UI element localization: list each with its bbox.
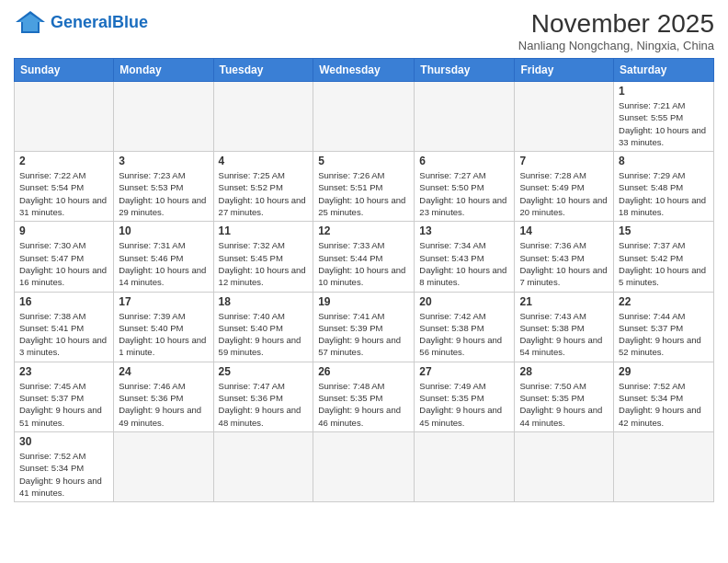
- calendar-cell: [614, 431, 714, 501]
- day-number: 24: [119, 365, 208, 378]
- month-title: November 2025: [518, 9, 714, 39]
- day-info: Sunrise: 7:43 AM Sunset: 5:38 PM Dayligh…: [519, 310, 609, 359]
- day-info: Sunrise: 7:30 AM Sunset: 5:47 PM Dayligh…: [19, 239, 108, 288]
- day-info: Sunrise: 7:50 AM Sunset: 5:35 PM Dayligh…: [519, 380, 609, 429]
- day-info: Sunrise: 7:52 AM Sunset: 5:34 PM Dayligh…: [619, 380, 709, 429]
- calendar-cell: [313, 431, 415, 501]
- day-number: 10: [119, 224, 208, 237]
- day-number: 23: [19, 365, 108, 378]
- day-number: 19: [318, 295, 409, 308]
- calendar-cell: [415, 82, 515, 152]
- calendar-cell: 17Sunrise: 7:39 AM Sunset: 5:40 PM Dayli…: [114, 292, 213, 362]
- day-number: 3: [119, 155, 208, 167]
- calendar: SundayMondayTuesdayWednesdayThursdayFrid…: [14, 58, 714, 502]
- calendar-cell: [515, 431, 614, 501]
- day-info: Sunrise: 7:34 AM Sunset: 5:43 PM Dayligh…: [419, 239, 509, 288]
- day-number: 14: [519, 224, 609, 237]
- day-info: Sunrise: 7:37 AM Sunset: 5:42 PM Dayligh…: [619, 239, 709, 288]
- day-number: 2: [19, 155, 108, 167]
- day-info: Sunrise: 7:47 AM Sunset: 5:36 PM Dayligh…: [219, 380, 309, 429]
- day-number: 4: [219, 155, 309, 167]
- day-number: 25: [219, 365, 309, 378]
- day-number: 7: [519, 155, 609, 167]
- logo-text: GeneralBlue: [51, 13, 148, 32]
- weekday-header-sunday: Sunday: [15, 59, 114, 82]
- calendar-cell: 16Sunrise: 7:38 AM Sunset: 5:41 PM Dayli…: [15, 292, 114, 362]
- page: GeneralBlue November 2025 Nanliang Nongc…: [0, 0, 728, 511]
- week-row-1: 2Sunrise: 7:22 AM Sunset: 5:54 PM Daylig…: [15, 152, 714, 222]
- calendar-cell: [114, 82, 213, 152]
- day-info: Sunrise: 7:41 AM Sunset: 5:39 PM Dayligh…: [318, 310, 409, 359]
- day-info: Sunrise: 7:44 AM Sunset: 5:37 PM Dayligh…: [619, 310, 709, 359]
- calendar-cell: 27Sunrise: 7:49 AM Sunset: 5:35 PM Dayli…: [415, 362, 515, 431]
- logo: GeneralBlue: [14, 9, 148, 35]
- weekday-header-saturday: Saturday: [614, 59, 714, 82]
- calendar-cell: 11Sunrise: 7:32 AM Sunset: 5:45 PM Dayli…: [213, 222, 313, 292]
- day-number: 1: [619, 85, 709, 98]
- day-number: 18: [219, 295, 309, 308]
- day-number: 13: [419, 224, 509, 237]
- week-row-5: 30Sunrise: 7:52 AM Sunset: 5:34 PM Dayli…: [15, 431, 714, 501]
- day-info: Sunrise: 7:49 AM Sunset: 5:35 PM Dayligh…: [419, 380, 509, 429]
- header: GeneralBlue November 2025 Nanliang Nongc…: [14, 9, 714, 52]
- calendar-cell: 26Sunrise: 7:48 AM Sunset: 5:35 PM Dayli…: [313, 362, 415, 431]
- day-info: Sunrise: 7:36 AM Sunset: 5:43 PM Dayligh…: [519, 239, 609, 288]
- calendar-cell: [313, 82, 415, 152]
- day-info: Sunrise: 7:38 AM Sunset: 5:41 PM Dayligh…: [19, 310, 108, 359]
- day-info: Sunrise: 7:29 AM Sunset: 5:48 PM Dayligh…: [619, 169, 709, 218]
- weekday-header-row: SundayMondayTuesdayWednesdayThursdayFrid…: [15, 59, 714, 82]
- calendar-cell: 4Sunrise: 7:25 AM Sunset: 5:52 PM Daylig…: [213, 152, 313, 222]
- calendar-cell: [515, 82, 614, 152]
- day-info: Sunrise: 7:33 AM Sunset: 5:44 PM Dayligh…: [318, 239, 409, 288]
- day-info: Sunrise: 7:52 AM Sunset: 5:34 PM Dayligh…: [19, 450, 108, 499]
- logo-icon: [14, 9, 47, 35]
- week-row-3: 16Sunrise: 7:38 AM Sunset: 5:41 PM Dayli…: [15, 292, 714, 362]
- weekday-header-thursday: Thursday: [415, 59, 515, 82]
- day-info: Sunrise: 7:27 AM Sunset: 5:50 PM Dayligh…: [419, 169, 509, 218]
- day-number: 5: [318, 155, 409, 167]
- day-number: 22: [619, 295, 709, 308]
- day-number: 17: [119, 295, 208, 308]
- calendar-cell: [213, 431, 313, 501]
- calendar-cell: 22Sunrise: 7:44 AM Sunset: 5:37 PM Dayli…: [614, 292, 714, 362]
- calendar-cell: 14Sunrise: 7:36 AM Sunset: 5:43 PM Dayli…: [515, 222, 614, 292]
- weekday-header-monday: Monday: [114, 59, 213, 82]
- calendar-cell: [15, 82, 114, 152]
- calendar-cell: 21Sunrise: 7:43 AM Sunset: 5:38 PM Dayli…: [515, 292, 614, 362]
- day-info: Sunrise: 7:32 AM Sunset: 5:45 PM Dayligh…: [219, 239, 309, 288]
- calendar-cell: 29Sunrise: 7:52 AM Sunset: 5:34 PM Dayli…: [614, 362, 714, 431]
- calendar-cell: 9Sunrise: 7:30 AM Sunset: 5:47 PM Daylig…: [15, 222, 114, 292]
- calendar-cell: 6Sunrise: 7:27 AM Sunset: 5:50 PM Daylig…: [415, 152, 515, 222]
- calendar-cell: [114, 431, 213, 501]
- day-info: Sunrise: 7:39 AM Sunset: 5:40 PM Dayligh…: [119, 310, 208, 359]
- calendar-cell: [415, 431, 515, 501]
- calendar-cell: 23Sunrise: 7:45 AM Sunset: 5:37 PM Dayli…: [15, 362, 114, 431]
- day-info: Sunrise: 7:46 AM Sunset: 5:36 PM Dayligh…: [119, 380, 208, 429]
- day-number: 6: [419, 155, 509, 167]
- calendar-cell: 1Sunrise: 7:21 AM Sunset: 5:55 PM Daylig…: [614, 82, 714, 152]
- calendar-cell: 30Sunrise: 7:52 AM Sunset: 5:34 PM Dayli…: [15, 431, 114, 501]
- day-info: Sunrise: 7:48 AM Sunset: 5:35 PM Dayligh…: [318, 380, 409, 429]
- calendar-cell: 5Sunrise: 7:26 AM Sunset: 5:51 PM Daylig…: [313, 152, 415, 222]
- weekday-header-wednesday: Wednesday: [313, 59, 415, 82]
- day-info: Sunrise: 7:26 AM Sunset: 5:51 PM Dayligh…: [318, 169, 409, 218]
- day-info: Sunrise: 7:45 AM Sunset: 5:37 PM Dayligh…: [19, 380, 108, 429]
- day-info: Sunrise: 7:28 AM Sunset: 5:49 PM Dayligh…: [519, 169, 609, 218]
- day-info: Sunrise: 7:21 AM Sunset: 5:55 PM Dayligh…: [619, 99, 709, 148]
- title-section: November 2025 Nanliang Nongchang, Ningxi…: [518, 9, 714, 52]
- calendar-cell: 2Sunrise: 7:22 AM Sunset: 5:54 PM Daylig…: [15, 152, 114, 222]
- calendar-cell: 13Sunrise: 7:34 AM Sunset: 5:43 PM Dayli…: [415, 222, 515, 292]
- weekday-header-tuesday: Tuesday: [213, 59, 313, 82]
- day-info: Sunrise: 7:25 AM Sunset: 5:52 PM Dayligh…: [219, 169, 309, 218]
- location: Nanliang Nongchang, Ningxia, China: [518, 39, 714, 52]
- day-number: 29: [619, 365, 709, 378]
- day-number: 9: [19, 224, 108, 237]
- day-info: Sunrise: 7:22 AM Sunset: 5:54 PM Dayligh…: [19, 169, 108, 218]
- day-number: 20: [419, 295, 509, 308]
- day-number: 21: [519, 295, 609, 308]
- calendar-cell: [213, 82, 313, 152]
- day-number: 11: [219, 224, 309, 237]
- day-number: 27: [419, 365, 509, 378]
- week-row-4: 23Sunrise: 7:45 AM Sunset: 5:37 PM Dayli…: [15, 362, 714, 431]
- day-number: 30: [19, 435, 108, 448]
